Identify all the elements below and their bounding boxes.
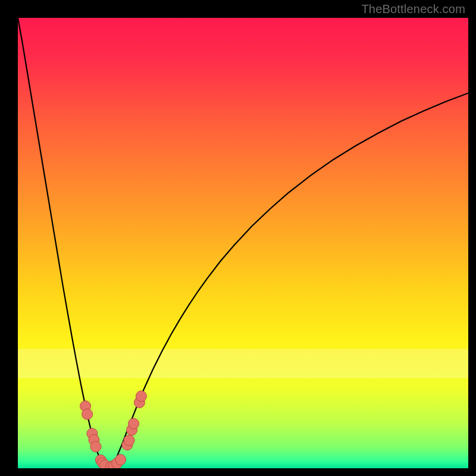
curve-marker: [136, 391, 146, 402]
curve-marker: [129, 418, 139, 429]
curve-marker: [124, 435, 134, 446]
attribution-label: TheBottleneck.com: [361, 2, 465, 16]
curve-marker: [82, 409, 93, 419]
pale-band: [18, 349, 468, 378]
curve-marker: [90, 441, 101, 452]
curve-marker: [115, 455, 126, 465]
chart-frame: TheBottleneck.com: [0, 0, 476, 476]
chart-svg: [18, 18, 468, 468]
plot-area: [18, 18, 468, 468]
